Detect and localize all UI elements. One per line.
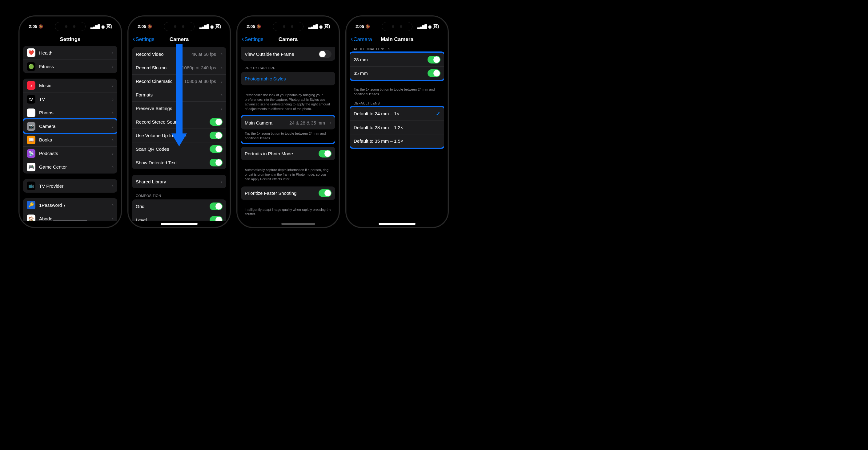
label: Photographic Styles bbox=[245, 76, 332, 81]
toggle[interactable] bbox=[318, 150, 332, 158]
toggle[interactable] bbox=[428, 56, 440, 63]
row-default-to-35-mm-1-5-[interactable]: Default to 35 mm – 1.5× bbox=[350, 134, 444, 148]
label: View Outside the Frame bbox=[245, 52, 315, 57]
label: Photos bbox=[39, 110, 107, 115]
home-indicator[interactable] bbox=[281, 223, 315, 225]
back-label: Settings bbox=[135, 36, 154, 43]
toggle[interactable] bbox=[210, 132, 222, 139]
settings-list[interactable]: ❤️ Health › 🟢 Fitness › ♪ Music › tv TV … bbox=[23, 46, 117, 221]
dynamic-island bbox=[55, 22, 86, 31]
row-default-to-24-mm-1-[interactable]: Default to 24 mm – 1× ✓ bbox=[350, 107, 444, 120]
label: TV Provider bbox=[39, 184, 107, 189]
back-button[interactable]: ‹Settings bbox=[242, 36, 264, 43]
toggle[interactable] bbox=[210, 145, 222, 153]
clock: 2:05 bbox=[137, 24, 146, 29]
books-icon: 📖 bbox=[27, 136, 35, 144]
label: 35 mm bbox=[354, 71, 424, 76]
label: Grid bbox=[136, 204, 206, 209]
row-default-to-28-mm-1-2-[interactable]: Default to 28 mm – 1.2× bbox=[350, 120, 444, 134]
silent-icon: 🔕 bbox=[256, 24, 261, 29]
cell-signal-icon: ▂▄▆█ bbox=[199, 24, 209, 29]
label: TV bbox=[39, 96, 107, 102]
label: Default to 28 mm – 1.2× bbox=[354, 125, 440, 130]
page-title: Camera bbox=[279, 36, 298, 43]
camera-settings-scrolled[interactable]: View Outside the Frame PHOTO CAPTURE Pho… bbox=[241, 47, 335, 221]
settings-row-health[interactable]: ❤️ Health › bbox=[23, 46, 117, 59]
row-photographic-styles[interactable]: Photographic Styles bbox=[241, 72, 335, 85]
battery-indicator: 92 bbox=[324, 24, 330, 29]
main-camera-list[interactable]: ADDITIONAL LENSES 28 mm 35 mm Tap the 1×… bbox=[350, 47, 444, 221]
row-grid[interactable]: Grid bbox=[132, 199, 226, 213]
row-shared-library[interactable]: Shared Library› bbox=[132, 175, 226, 188]
label: Default to 24 mm – 1× bbox=[354, 111, 432, 116]
nav-bar: ‹Settings Camera bbox=[237, 32, 339, 47]
phone-settings: 2:05🔕 ▂▄▆█◉92 Settings ❤️ Health › 🟢 Fit… bbox=[19, 16, 122, 228]
phone-main-camera: 2:05🔕 ▂▄▆█◉92 ‹Camera Main Camera ADDITI… bbox=[345, 16, 449, 228]
page-title: Camera bbox=[169, 36, 189, 43]
settings-row-camera[interactable]: 📷 Camera › bbox=[23, 119, 117, 133]
home-indicator[interactable] bbox=[379, 223, 415, 225]
row-lens-35-mm[interactable]: 35 mm bbox=[350, 66, 444, 80]
row-prioritize-faster[interactable]: Prioritize Faster Shooting bbox=[241, 187, 335, 200]
battery-indicator: 92 bbox=[106, 24, 112, 29]
settings-row-gamecenter[interactable]: 🎮 Game Center › bbox=[23, 160, 117, 173]
label: 28 mm bbox=[354, 57, 424, 62]
settings-row-1password[interactable]: 🔑 1Password 7 › bbox=[23, 198, 117, 212]
row-lens-28-mm[interactable]: 28 mm bbox=[350, 53, 444, 66]
tvprovider-icon: 📺 bbox=[27, 181, 35, 190]
label: Record Slo-mo bbox=[136, 65, 178, 70]
page-title: Main Camera bbox=[381, 36, 413, 43]
toggle[interactable] bbox=[428, 69, 440, 77]
phone-camera-settings: 2:05🔕 ▂▄▆█◉92 ‹Settings Camera Record Vi… bbox=[127, 16, 231, 228]
toggle[interactable] bbox=[318, 50, 332, 58]
battery-indicator: 92 bbox=[433, 24, 439, 29]
abode-icon: 🏠 bbox=[27, 215, 35, 221]
settings-row-music[interactable]: ♪ Music › bbox=[23, 79, 117, 92]
annotation-arrow-down bbox=[175, 44, 183, 146]
row-level[interactable]: Level bbox=[132, 213, 226, 221]
settings-row-podcasts[interactable]: 📡 Podcasts › bbox=[23, 146, 117, 160]
toggle[interactable] bbox=[210, 118, 222, 126]
toggle[interactable] bbox=[210, 216, 222, 221]
section-photo-capture: PHOTO CAPTURE bbox=[241, 66, 335, 72]
label: Scan QR Codes bbox=[136, 146, 206, 152]
nav-bar: Settings bbox=[20, 32, 121, 47]
dynamic-island bbox=[382, 22, 412, 31]
home-indicator[interactable] bbox=[161, 223, 197, 225]
row-show-detected-text[interactable]: Show Detected Text bbox=[132, 156, 226, 169]
settings-row-books[interactable]: 📖 Books › bbox=[23, 133, 117, 146]
settings-row-tvprovider[interactable]: 📺 TV Provider › bbox=[23, 179, 117, 193]
row-view-outside-frame[interactable]: View Outside the Frame bbox=[241, 47, 335, 61]
tv-icon: tv bbox=[27, 95, 35, 104]
clock: 2:05 bbox=[355, 24, 364, 29]
silent-icon: 🔕 bbox=[38, 24, 43, 29]
value: 24 & 28 & 35 mm bbox=[289, 120, 325, 125]
label: Abode bbox=[39, 216, 107, 221]
toggle[interactable] bbox=[318, 189, 332, 197]
dynamic-island bbox=[164, 22, 194, 31]
value: 4K at 60 fps bbox=[191, 52, 216, 57]
value: 1080p at 30 fps bbox=[184, 79, 216, 84]
clock: 2:05 bbox=[29, 24, 37, 29]
wifi-icon: ◉ bbox=[210, 24, 214, 29]
label: Portraits in Photo Mode bbox=[245, 151, 315, 156]
row-main-camera[interactable]: Main Camera 24 & 28 & 35 mm › bbox=[241, 116, 335, 130]
fitness-icon: 🟢 bbox=[27, 62, 35, 71]
label: Books bbox=[39, 137, 107, 142]
back-button[interactable]: ‹Settings bbox=[133, 36, 155, 43]
settings-row-tv[interactable]: tv TV › bbox=[23, 92, 117, 106]
toggle[interactable] bbox=[210, 159, 222, 166]
label: Fitness bbox=[39, 64, 107, 69]
footer-main-camera: Tap the 1× zoom button to toggle between… bbox=[241, 130, 335, 143]
camera-icon: 📷 bbox=[27, 122, 35, 131]
back-label: Camera bbox=[353, 36, 372, 43]
label: Record Stereo Sound bbox=[136, 119, 206, 124]
settings-row-abode[interactable]: 🏠 Abode › bbox=[23, 212, 117, 221]
settings-row-photos[interactable]: ❋ Photos › bbox=[23, 106, 117, 119]
label: Use Volume Up for Burst bbox=[136, 133, 206, 138]
wifi-icon: ◉ bbox=[101, 24, 105, 29]
back-button[interactable]: ‹Camera bbox=[350, 36, 372, 43]
toggle[interactable] bbox=[210, 202, 222, 210]
row-portraits-photo-mode[interactable]: Portraits in Photo Mode bbox=[241, 147, 335, 160]
settings-row-fitness[interactable]: 🟢 Fitness › bbox=[23, 59, 117, 73]
